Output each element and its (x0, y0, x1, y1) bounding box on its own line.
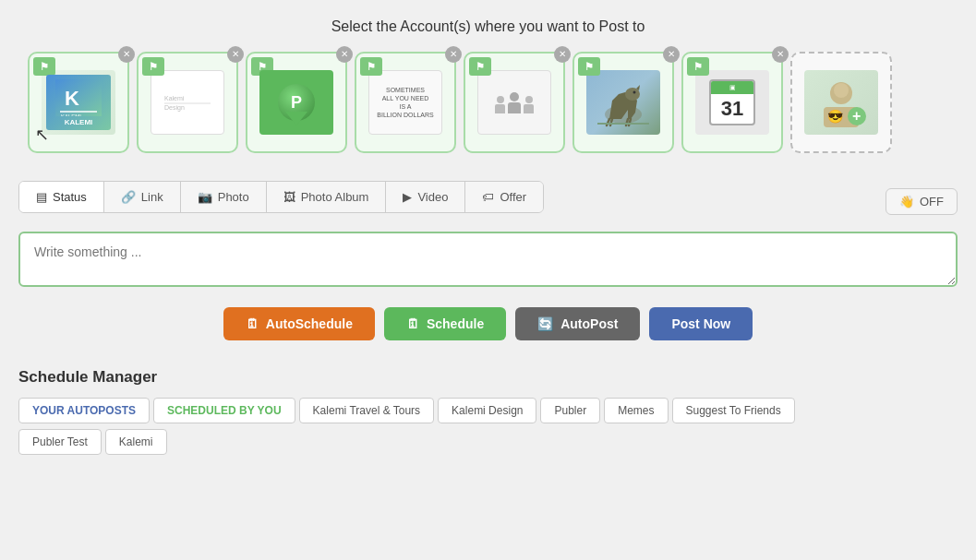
video-icon: ▶ (403, 190, 412, 204)
tab-offer[interactable]: 🏷 Offer (465, 182, 543, 212)
svg-text:Kalemi: Kalemi (164, 95, 185, 101)
tab-photo-label: Photo (218, 190, 249, 204)
horse-svg (596, 77, 651, 128)
filter-tabs-row1: YOUR AUTOPOSTS SCHEDULED BY YOU Kalemi T… (18, 398, 958, 423)
account-card-suggest[interactable]: ✕ ⚑ (464, 52, 565, 153)
filter-tabs-row2: Publer Test Kalemi (18, 429, 958, 455)
autoschedule-button[interactable]: 🗓 AutoSchedule (223, 307, 375, 340)
account-thumb-add: 😎 + (804, 70, 878, 135)
photo-icon: 📷 (198, 190, 212, 204)
filter-tab-scheduled-by-you[interactable]: SCHEDULED BY YOU (153, 398, 295, 423)
account-flag-kalemi-design: ⚑ (142, 57, 164, 76)
account-card-horse[interactable]: ✕ ⚑ (572, 52, 674, 153)
schedule-manager: Schedule Manager YOUR AUTOPOSTS SCHEDULE… (18, 368, 958, 455)
postnow-label: Post Now (671, 316, 730, 331)
remove-account-kalemi[interactable]: ✕ (118, 46, 135, 63)
svg-text:😎: 😎 (827, 109, 844, 125)
remove-account-horse[interactable]: ✕ (663, 46, 680, 63)
link-icon: 🔗 (121, 190, 136, 204)
tab-link-label: Link (141, 190, 163, 204)
svg-point-10 (633, 90, 636, 93)
filter-tab-publer-test[interactable]: Publer Test (18, 429, 102, 455)
remove-account-kalemi-design[interactable]: ✕ (227, 46, 244, 63)
filter-tab-kalemi-travel[interactable]: Kalemi Travel & Tours (299, 398, 435, 423)
toggle-emoji: 👋 (899, 195, 914, 209)
svg-text:Design: Design (164, 104, 185, 112)
filter-tab-kalemi-design[interactable]: Kalemi Design (438, 398, 536, 423)
add-account-svg: 😎 + (809, 75, 874, 130)
tab-offer-label: Offer (500, 190, 526, 204)
account-thumb-kalemi: K KALEMI KALEMI (42, 70, 115, 135)
tab-photo-album-label: Photo Album (301, 190, 369, 204)
account-thumb-sometimes: SOMETIMESALL YOU NEEDIS ABILLION DOLLARS (368, 70, 442, 135)
remove-account-publer[interactable]: ✕ (336, 46, 353, 63)
accounts-row: ✕ ⚑ K KALEMI KALEMI (18, 52, 958, 153)
filter-tab-publer[interactable]: Publer (540, 398, 600, 423)
off-toggle[interactable]: 👋 OFF (886, 188, 958, 215)
tab-status[interactable]: ▤ Status (19, 182, 104, 212)
write-input[interactable] (18, 232, 958, 287)
account-flag-sometimes: ⚑ (360, 57, 382, 76)
tab-link[interactable]: 🔗 Link (104, 182, 181, 212)
account-card-kalemi[interactable]: ✕ ⚑ K KALEMI KALEMI (28, 52, 129, 153)
filter-tab-your-autoposts[interactable]: YOUR AUTOPOSTS (18, 398, 150, 423)
account-card-calendar[interactable]: ✕ ⚑ ▣ 31 (681, 52, 783, 153)
remove-account-calendar[interactable]: ✕ (772, 46, 789, 63)
toggle-label: OFF (920, 195, 944, 209)
account-card-publer[interactable]: ✕ ⚑ P (246, 52, 347, 153)
tab-video[interactable]: ▶ Video (386, 182, 465, 212)
svg-text:K: K (65, 87, 79, 110)
kalemi-design-svg: Kalemi Design (160, 77, 215, 124)
autoschedule-icon: 🗓 (246, 316, 259, 331)
svg-text:+: + (852, 108, 861, 124)
schedule-button[interactable]: 🗓 Schedule (384, 307, 506, 340)
account-flag-horse: ⚑ (578, 57, 600, 76)
schedule-manager-title: Schedule Manager (18, 368, 958, 387)
page-header: Select the Account(s) where you want to … (18, 18, 958, 35)
filter-tab-kalemi[interactable]: Kalemi (105, 429, 167, 455)
autopost-button[interactable]: 🔄 AutoPost (515, 307, 640, 340)
remove-account-sometimes[interactable]: ✕ (445, 46, 462, 63)
action-buttons: 🗓 AutoSchedule 🗓 Schedule 🔄 AutoPost Pos… (18, 307, 958, 340)
kalemi-logo-svg: K KALEMI (55, 79, 102, 116)
svg-text:KALEMI: KALEMI (61, 113, 81, 116)
postnow-button[interactable]: Post Now (649, 307, 753, 340)
schedule-label: Schedule (427, 316, 484, 331)
account-card-add[interactable]: 😎 + (790, 52, 892, 153)
autoschedule-label: AutoSchedule (266, 316, 353, 331)
offer-icon: 🏷 (482, 190, 494, 204)
svg-point-13 (834, 83, 849, 98)
account-flag-calendar: ⚑ (687, 57, 709, 76)
account-card-sometimes[interactable]: ✕ ⚑ SOMETIMESALL YOU NEEDIS ABILLION DOL… (355, 52, 456, 153)
account-thumb-suggest (477, 70, 551, 135)
tab-status-label: Status (53, 190, 87, 204)
post-type-bar: ▤ Status 🔗 Link 📷 Photo 🖼 Photo Album ▶ … (18, 181, 958, 222)
account-thumb-publer: P (259, 70, 333, 135)
photo-album-icon: 🖼 (283, 190, 295, 204)
filter-tab-suggest-friends[interactable]: Suggest To Friends (672, 398, 795, 423)
account-thumb-kalemi-design: Kalemi Design (151, 70, 224, 135)
tab-video-label: Video (417, 190, 448, 204)
account-thumb-calendar: ▣ 31 (695, 70, 769, 135)
account-flag-suggest: ⚑ (469, 57, 491, 76)
autopost-label: AutoPost (560, 316, 618, 331)
tab-photo-album[interactable]: 🖼 Photo Album (267, 182, 387, 212)
tab-photo[interactable]: 📷 Photo (181, 182, 267, 212)
account-flag-kalemi: ⚑ (33, 57, 55, 76)
account-card-kalemi-design[interactable]: ✕ ⚑ Kalemi Design (137, 52, 238, 153)
remove-account-suggest[interactable]: ✕ (554, 46, 571, 63)
account-thumb-horse (586, 70, 660, 135)
post-tabs: ▤ Status 🔗 Link 📷 Photo 🖼 Photo Album ▶ … (18, 181, 544, 213)
svg-point-9 (625, 88, 640, 101)
status-icon: ▤ (36, 190, 47, 204)
autopost-icon: 🔄 (537, 316, 553, 331)
filter-tab-memes[interactable]: Memes (604, 398, 668, 423)
schedule-icon: 🗓 (406, 316, 419, 331)
